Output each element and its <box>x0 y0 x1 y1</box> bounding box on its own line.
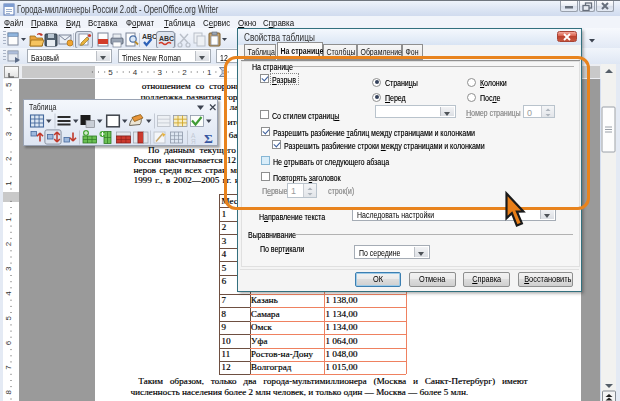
svg-text:8: 8 <box>4 390 13 395</box>
svg-text:2: 2 <box>4 156 13 161</box>
svg-text:6: 6 <box>4 340 13 345</box>
svg-text:1: 1 <box>4 217 13 222</box>
svg-text:3: 3 <box>4 131 13 136</box>
svg-text:ABC: ABC <box>142 33 157 40</box>
svg-text:5: 5 <box>4 82 13 87</box>
svg-text:4: 4 <box>4 107 13 112</box>
svg-text:2: 2 <box>182 68 187 77</box>
svg-text:5: 5 <box>4 315 13 320</box>
svg-text:3: 3 <box>4 266 13 271</box>
svg-text:Σ: Σ <box>204 131 213 146</box>
svg-text:2: 2 <box>4 241 13 246</box>
svg-text:5: 5 <box>108 68 113 77</box>
svg-text:7: 7 <box>4 365 13 370</box>
svg-text:Я: Я <box>191 138 196 145</box>
svg-text:1: 1 <box>4 181 13 186</box>
svg-text:4: 4 <box>4 291 13 296</box>
svg-text:1: 1 <box>207 68 212 77</box>
svg-text:4: 4 <box>133 68 138 77</box>
svg-text:3: 3 <box>158 68 163 77</box>
svg-text:ABC: ABC <box>159 35 174 42</box>
